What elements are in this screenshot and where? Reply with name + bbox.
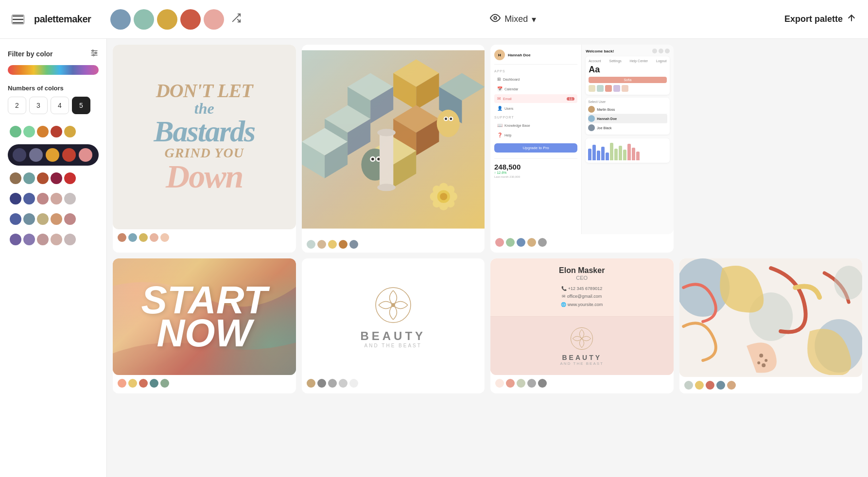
sidebar: Filter by color Numbers of colors 2 3 4 … — [0, 39, 107, 477]
upload-icon — [847, 13, 856, 25]
chevron-down-icon: ▾ — [532, 14, 536, 25]
card-dashboard[interactable]: H Hannah Doe APPS ⊞ Dashboard 📅 Calendar — [490, 45, 674, 253]
svg-point-7 — [92, 50, 94, 51]
main-layout: Filter by color Numbers of colors 2 3 4 … — [0, 39, 868, 477]
svg-point-40 — [450, 118, 452, 120]
mode-button[interactable]: Mixed ▾ — [490, 13, 536, 26]
eye-icon — [490, 13, 501, 26]
svg-point-9 — [93, 54, 94, 56]
card-beauty-logo[interactable]: BEAUTY AND THE BEAST — [302, 258, 485, 393]
menu-button[interactable] — [12, 15, 24, 24]
filter-header: Filter by color — [8, 49, 99, 59]
svg-point-2 — [494, 17, 497, 19]
swatch-5[interactable] — [204, 9, 224, 30]
svg-point-51 — [440, 193, 447, 200]
num-2-button[interactable]: 2 — [8, 97, 26, 114]
svg-point-54 — [377, 184, 396, 191]
start-now-text: START NOW — [113, 284, 296, 350]
isometric-art — [302, 45, 485, 234]
card-start-now[interactable]: START NOW — [113, 258, 296, 393]
color-spectrum-filter[interactable] — [8, 65, 99, 75]
swatch-3[interactable] — [157, 9, 177, 30]
svg-point-68 — [834, 266, 862, 300]
card-7-palette — [679, 377, 863, 393]
filter-title: Filter by color — [8, 50, 53, 58]
export-button[interactable]: Export palette — [784, 13, 856, 25]
elon-title: CEO — [576, 275, 588, 281]
card-typography[interactable]: DON'T LET the Bastards GRIND YOU Down — [113, 45, 296, 253]
card-business[interactable]: Elon Masker CEO 📞 +12 345 6789012 ✉ offi… — [490, 258, 674, 393]
swatch-1[interactable] — [110, 9, 131, 30]
svg-point-34 — [371, 158, 374, 161]
header-right: Export palette — [784, 13, 856, 25]
card-6-palette — [490, 375, 674, 392]
mode-label: Mixed — [504, 14, 528, 24]
card-isometric[interactable] — [302, 45, 485, 253]
pattern-svg — [679, 258, 863, 375]
card-3-palette — [490, 234, 674, 251]
svg-point-36 — [436, 110, 459, 137]
svg-point-39 — [445, 118, 447, 120]
card-4-palette — [113, 375, 296, 392]
num-5-button[interactable]: 5 — [72, 97, 90, 114]
svg-point-58 — [391, 303, 395, 307]
header-palette-swatches — [110, 9, 242, 30]
card-pattern[interactable] — [679, 258, 863, 393]
typography-image: DON'T LET the Bastards GRIND YOU Down — [113, 45, 296, 229]
num-4-button[interactable]: 4 — [51, 97, 69, 114]
svg-point-53 — [377, 129, 396, 136]
header-left: palettemaker — [12, 9, 242, 30]
content-area: DON'T LET the Bastards GRIND YOU Down — [107, 39, 868, 477]
beauty-brand: BEAUTY — [360, 329, 426, 343]
header: palettemaker Mixed ▾ — [0, 0, 868, 39]
palette-row-3[interactable] — [8, 191, 99, 206]
beauty-logo-svg — [374, 286, 413, 324]
num-colors-buttons: 2 3 4 5 — [8, 97, 99, 114]
dark-palette-card[interactable] — [8, 144, 99, 166]
header-center: Mixed ▾ — [242, 13, 784, 26]
logo: palettemaker — [34, 14, 91, 25]
palette-row-4[interactable] — [8, 211, 99, 227]
card-2-palette — [302, 236, 485, 253]
palette-row-5[interactable] — [8, 232, 99, 247]
filter-sliders-icon[interactable] — [90, 49, 99, 59]
palette-row-2[interactable] — [8, 170, 99, 186]
elon-logo-svg — [570, 326, 594, 351]
swatch-4[interactable] — [180, 9, 201, 30]
svg-point-8 — [95, 52, 97, 54]
beauty-sub: AND THE BEAST — [365, 343, 422, 348]
swatch-2[interactable] — [134, 9, 154, 30]
card-1-palette — [113, 229, 296, 246]
elon-name: Elon Masker — [559, 266, 605, 275]
num-colors-title: Numbers of colors — [8, 85, 99, 92]
palette-row-1[interactable] — [8, 124, 99, 139]
card-5-palette — [302, 375, 485, 392]
export-label: Export palette — [784, 14, 843, 24]
shuffle-button[interactable] — [231, 13, 242, 26]
num-3-button[interactable]: 3 — [29, 97, 48, 114]
svg-rect-52 — [380, 133, 393, 187]
masonry-grid: DON'T LET the Bastards GRIND YOU Down — [113, 45, 862, 393]
